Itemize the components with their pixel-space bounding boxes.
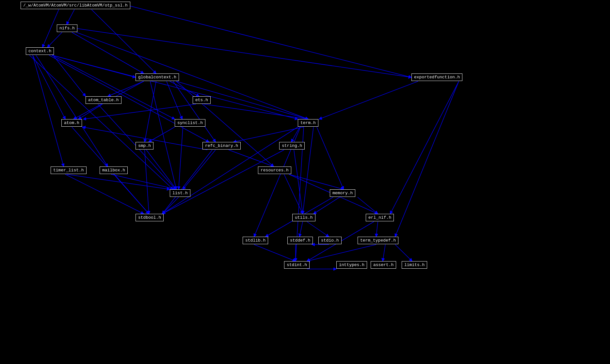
node-memory: memory.h	[330, 189, 355, 197]
node-stdio: stdio.h	[318, 237, 342, 244]
node-utils: utils.h	[292, 214, 315, 221]
edge-utils-stdio	[307, 222, 329, 237]
edge-term-utils	[303, 127, 313, 214]
edge-ets-term	[204, 104, 308, 119]
edge-gc-atom_table	[108, 81, 144, 96]
edge-gc-refc_binary	[173, 81, 216, 142]
edge-term-refc_binary	[233, 127, 304, 142]
dependency-graph	[0, 0, 610, 364]
node-synclist: synclist.h	[175, 119, 205, 127]
edge-gc-list	[150, 81, 176, 189]
node-globalcontext: globalcontext.h	[136, 73, 179, 81]
edge-stdlib-stdint	[254, 245, 296, 261]
edge-term-memory	[317, 127, 344, 189]
edge-ef-term	[319, 81, 418, 119]
node-mailbox: mailbox.h	[100, 166, 128, 174]
node-stdint: stdint.h	[284, 261, 310, 269]
node-stdbool: stdbool.h	[136, 214, 164, 221]
edge-refc-list	[183, 150, 216, 189]
edge-nifs-context	[47, 32, 62, 47]
edge-context-timer_list	[33, 55, 64, 166]
node-otp_ssl: /_w/AtomVM/AtomVM/src/libAtomVM/otp_ssl.…	[21, 2, 130, 9]
edge-nifs-globalcontext	[72, 32, 144, 73]
edge-synclist-list	[179, 127, 183, 189]
edge-memory-utils	[313, 197, 340, 214]
node-atom_table: atom_table.h	[86, 96, 121, 104]
edge-refc-stdbool	[162, 150, 212, 214]
edge-gc-smp	[145, 81, 156, 142]
node-smp: smp.h	[136, 142, 153, 150]
node-context: context.h	[26, 47, 54, 55]
node-nifs: nifs.h	[57, 24, 77, 32]
node-stdlib: stdlib.h	[243, 237, 268, 244]
edge-tl-stdbool	[65, 174, 144, 214]
edge-context-mailbox	[36, 55, 108, 166]
edge-otp_ssl-context	[42, 9, 59, 47]
edge-erl_nif-term_typedef	[376, 222, 378, 237]
node-limits: limits.h	[402, 261, 427, 269]
edge-refc-resources	[229, 150, 274, 166]
node-inttypes: inttypes.h	[336, 261, 367, 269]
node-resources: resources.h	[258, 166, 291, 174]
node-stddef: stddef.h	[287, 237, 313, 244]
node-refc_binary: refc_binary.h	[202, 142, 241, 150]
edge-otp_ssl-nifs	[67, 9, 74, 24]
edge-ef-term_typedef	[395, 81, 459, 237]
edge-resources-memory	[289, 174, 344, 189]
edge-term_typedef-limits	[395, 245, 412, 261]
node-list: list.h	[170, 189, 190, 197]
edge-context-term	[52, 55, 298, 119]
edge-term_typedef-assert	[383, 245, 385, 261]
node-string_h: string.h	[279, 142, 305, 150]
edge-ef-erl_nif	[390, 81, 459, 214]
edge-tl-list	[67, 174, 170, 189]
edge-context-atom_table	[52, 54, 86, 96]
edge-term_typedef-stdint	[307, 245, 376, 261]
node-timer_list: timer_list.h	[51, 166, 87, 174]
edge-nifs-exportedfunction	[76, 28, 411, 77]
edge-otp_ssl-exportedfunction	[128, 6, 411, 77]
node-assert: assert.h	[371, 261, 396, 269]
node-term_typedef: term_typedef.h	[358, 237, 398, 244]
node-erl_nif: erl_nif.h	[366, 214, 394, 221]
edge-utils-stddef	[299, 222, 303, 237]
edge-list-stdbool	[162, 197, 179, 214]
node-exportedfunction: exportedfunction.h	[411, 73, 462, 81]
node-ets: ets.h	[193, 96, 211, 104]
node-term: term.h	[298, 119, 318, 127]
node-atom: atom.h	[61, 119, 82, 127]
edge-memory-erl_nif	[358, 197, 378, 214]
